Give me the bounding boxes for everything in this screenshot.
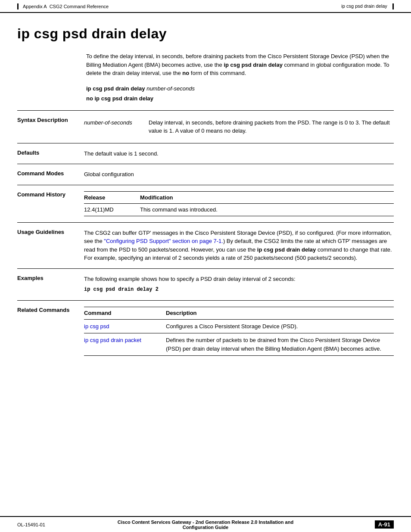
- command-history-content: Release Modification 12.4(11)MDThis comm…: [84, 191, 394, 216]
- related-header-row: Command Description: [84, 307, 394, 320]
- intro-paragraph: To define the delay interval, in seconds…: [86, 52, 394, 78]
- command-modes-section: Command Modes Global configuration: [17, 164, 394, 185]
- syntax-description-section: Syntax Description number-of-seconds Del…: [17, 110, 394, 143]
- related-commands-label: Related Commands: [17, 307, 84, 313]
- header-left: Appendix A CSG2 Command Reference: [17, 3, 109, 9]
- related-row: ip csg psdConfigures a Cisco Persistent …: [84, 319, 394, 333]
- intro-no-word: no: [182, 70, 189, 76]
- usage-guidelines-section: Usage Guidelines The CSG2 can buffer GTP…: [17, 222, 394, 268]
- intro-text-3: form of this command.: [189, 70, 246, 76]
- examples-label: Examples: [17, 275, 84, 281]
- footer-right: A-91: [375, 520, 394, 529]
- footer-left: OL-15491-01: [17, 522, 45, 527]
- examples-content: The following example shows how to speci…: [84, 275, 394, 295]
- command-modes-text: Global configuration: [84, 171, 134, 177]
- intro-bold-cmd: ip csg psd drain delay: [224, 62, 283, 68]
- main-content: ip csg psd drain delay To define the del…: [0, 13, 411, 396]
- examples-code: ip csg psd drain delay 2: [84, 286, 394, 293]
- footer-center: Cisco Content Services Gateway - 2nd Gen…: [103, 520, 308, 530]
- related-command-link[interactable]: ip csg psd: [84, 323, 109, 330]
- defaults-text: The default value is 1 second.: [84, 150, 159, 157]
- examples-section: Examples The following example shows how…: [17, 268, 394, 301]
- header-appendix: Appendix A: [23, 4, 47, 9]
- related-table: Command Description ip csg psdConfigures…: [84, 307, 394, 356]
- defaults-section: Defaults The default value is 1 second.: [17, 143, 394, 164]
- related-commands-content: Command Description ip csg psdConfigures…: [84, 307, 394, 356]
- usage-para: The CSG2 can buffer GTP' messages in the…: [84, 229, 394, 262]
- header-reference: CSG2 Command Reference: [50, 4, 109, 9]
- header-right: ip csg psd drain delay: [341, 3, 394, 9]
- history-table: Release Modification 12.4(11)MDThis comm…: [84, 191, 394, 216]
- command-line-1: ip csg psd drain delay number-of-seconds: [86, 85, 394, 92]
- history-release: 12.4(11)MD: [84, 204, 140, 216]
- page-title: ip csg psd drain delay: [17, 26, 394, 42]
- related-command: ip csg psd drain packet: [84, 333, 166, 356]
- command-modes-content: Global configuration: [84, 170, 394, 179]
- cmd-line-2-text: no ip csg psd drain delay: [86, 95, 153, 102]
- usage-guidelines-content: The CSG2 can buffer GTP' messages in the…: [84, 229, 394, 262]
- cmd-fixed-1: ip csg psd drain delay: [86, 85, 146, 92]
- related-row: ip csg psd drain packetDefines the numbe…: [84, 333, 394, 356]
- usage-guidelines-label: Usage Guidelines: [17, 229, 84, 235]
- command-history-section: Command History Release Modification 12.…: [17, 185, 394, 222]
- related-command: ip csg psd: [84, 319, 166, 333]
- syntax-param: number-of-seconds: [84, 117, 149, 137]
- history-modification: This command was introduced.: [140, 204, 394, 216]
- command-line-2: no ip csg psd drain delay: [86, 95, 394, 102]
- command-modes-label: Command Modes: [17, 170, 84, 177]
- page-wrapper: Appendix A CSG2 Command Reference ip csg…: [0, 0, 411, 532]
- syntax-description-label: Syntax Description: [17, 117, 84, 123]
- syntax-table: number-of-seconds Delay interval, in sec…: [84, 117, 394, 137]
- header-right-bar-icon: [392, 3, 394, 9]
- header-bar-icon: [17, 3, 19, 9]
- related-col-description: Description: [166, 307, 394, 320]
- defaults-content: The default value is 1 second.: [84, 149, 394, 158]
- history-col-release: Release: [84, 191, 140, 204]
- usage-bold-cmd: ip csg psd drain delay: [257, 246, 316, 253]
- history-col-modification: Modification: [140, 191, 394, 204]
- syntax-description-content: number-of-seconds Delay interval, in sec…: [84, 117, 394, 137]
- syntax-desc: Delay interval, in seconds, before drain…: [149, 117, 394, 137]
- command-history-label: Command History: [17, 191, 84, 198]
- related-commands-section: Related Commands Command Description ip …: [17, 300, 394, 362]
- history-row: 12.4(11)MDThis command was introduced.: [84, 204, 394, 216]
- related-description: Configures a Cisco Persistent Storage De…: [166, 319, 394, 333]
- syntax-row: number-of-seconds Delay interval, in sec…: [84, 117, 394, 137]
- page-header: Appendix A CSG2 Command Reference ip csg…: [0, 0, 411, 13]
- related-description: Defines the number of packets to be drai…: [166, 333, 394, 356]
- related-command-link[interactable]: ip csg psd drain packet: [84, 337, 141, 343]
- cmd-italic-1: number-of-seconds: [146, 85, 195, 92]
- defaults-label: Defaults: [17, 149, 84, 156]
- related-col-command: Command: [84, 307, 166, 320]
- header-right-text: ip csg psd drain delay: [341, 3, 387, 9]
- intro-block: To define the delay interval, in seconds…: [86, 52, 394, 78]
- history-header-row: Release Modification: [84, 191, 394, 204]
- examples-text: The following example shows how to speci…: [84, 275, 394, 283]
- usage-link[interactable]: "Configuring PSD Support" section on pag…: [104, 238, 223, 244]
- page-footer: OL-15491-01 Cisco Content Services Gatew…: [0, 516, 411, 532]
